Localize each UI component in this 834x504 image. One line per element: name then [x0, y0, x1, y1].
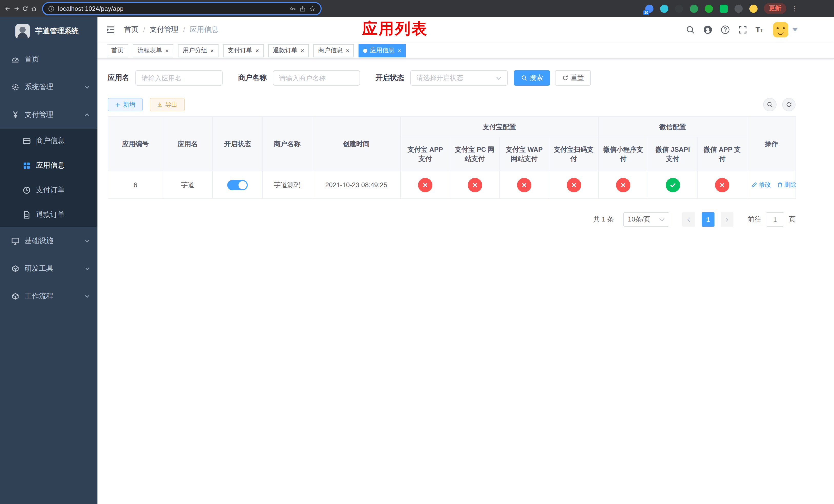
sidebar-item-label: 退款订单	[36, 210, 65, 220]
browser-menu-icon[interactable]: ⋮	[791, 5, 798, 12]
sidebar-item-label: 基础设施	[25, 236, 53, 246]
export-button[interactable]: 导出	[150, 98, 185, 111]
tab-label: 流程表单	[137, 46, 162, 55]
tab-merchant-info[interactable]: 商户信息×	[313, 44, 354, 57]
breadcrumb-separator: /	[143, 26, 145, 34]
reset-button[interactable]: 重置	[555, 70, 591, 86]
toggle-search-icon[interactable]	[763, 98, 776, 111]
fullscreen-icon[interactable]	[738, 25, 747, 35]
tab-user-group[interactable]: 用户分组×	[178, 44, 219, 57]
tab-label: 支付订单	[228, 46, 253, 55]
tab-app-info[interactable]: 应用信息×	[358, 44, 406, 57]
status-select[interactable]: 请选择开启状态	[410, 70, 508, 86]
sidebar-item-workflow[interactable]: 工作流程	[0, 282, 97, 310]
sidebar-item-home[interactable]: 首页	[0, 46, 97, 73]
home-icon[interactable]	[29, 2, 38, 15]
url-bar[interactable]: localhost:1024/pay/app	[42, 2, 322, 15]
ext-diamond-icon[interactable]	[660, 4, 668, 13]
goto-page: 前往 页	[748, 212, 795, 227]
tab-label: 商户信息	[318, 46, 343, 55]
tab-label: 退款订单	[273, 46, 298, 55]
cell-app-id: 6	[108, 171, 163, 199]
sidebar-item-dev-tools[interactable]: 研发工具	[0, 255, 97, 282]
sidebar-item-label: 研发工具	[25, 264, 53, 273]
help-icon[interactable]	[721, 25, 730, 35]
sidebar-item-app-info[interactable]: 应用信息	[0, 153, 97, 178]
page-size-select[interactable]: 10条/页	[623, 212, 670, 227]
edit-link[interactable]: 修改	[751, 181, 771, 189]
chevron-down-icon[interactable]	[792, 28, 797, 31]
close-icon[interactable]: ×	[397, 47, 401, 53]
sidebar-item-infrastructure[interactable]: 基础设施	[0, 227, 97, 255]
tab-flow-form[interactable]: 流程表单×	[133, 44, 173, 57]
sidebar-item-system[interactable]: 系统管理	[0, 73, 97, 101]
close-icon[interactable]: ×	[210, 47, 214, 53]
app-name-input[interactable]	[135, 70, 223, 86]
col-alipay-pc: 支付宝 PC 网站支付	[450, 137, 499, 171]
breadcrumb-home[interactable]: 首页	[124, 25, 138, 35]
add-button[interactable]: 新增	[108, 98, 142, 111]
sidebar-item-payment-order[interactable]: 支付订单	[0, 178, 97, 203]
tab-label: 首页	[111, 46, 124, 55]
enabled-switch[interactable]	[227, 180, 248, 190]
browser-update-button[interactable]: 更新	[764, 3, 786, 14]
share-icon[interactable]	[300, 5, 306, 12]
site-info-icon[interactable]	[48, 5, 54, 12]
ext-green-circle-icon[interactable]	[705, 4, 713, 13]
ext-green-chat-icon[interactable]	[720, 4, 728, 13]
sidebar-item-label: 支付订单	[36, 186, 65, 195]
page-number-1[interactable]: 1	[702, 212, 715, 227]
merchant-name-input[interactable]	[273, 70, 360, 86]
tab-home[interactable]: 首页	[107, 44, 128, 57]
user-avatar[interactable]	[773, 22, 788, 38]
chevron-up-icon	[84, 112, 90, 118]
status-cell	[499, 171, 549, 199]
ext-emoji-icon[interactable]	[749, 4, 758, 13]
sidebar-item-refund-order[interactable]: 退款订单	[0, 203, 97, 227]
ext-green-leaf-icon[interactable]	[690, 4, 698, 13]
delete-link[interactable]: 删除	[777, 181, 796, 189]
dashboard-icon	[11, 55, 20, 64]
goto-label: 前往	[748, 215, 761, 224]
key-icon[interactable]	[290, 5, 296, 12]
tab-refund-order[interactable]: 退款订单×	[268, 44, 309, 57]
forward-icon[interactable]	[12, 2, 21, 15]
prev-page-button[interactable]	[682, 212, 695, 227]
search-button[interactable]: 搜索	[514, 70, 550, 86]
sidebar-item-payment[interactable]: 支付管理	[0, 101, 97, 129]
close-icon[interactable]: ×	[301, 47, 304, 53]
cell-status	[213, 171, 262, 199]
chevron-down-icon	[84, 266, 90, 272]
hamburger-icon[interactable]	[106, 25, 116, 35]
font-size-icon[interactable]: TT	[755, 25, 765, 35]
table-row: 6 芋道 芋道源码 2021-10-23 08:49:25	[108, 171, 796, 199]
tab-pay-order[interactable]: 支付订单×	[223, 44, 264, 57]
goto-page-input[interactable]	[766, 212, 784, 227]
merchant-name-label: 商户名称	[238, 73, 267, 83]
ext-blue-badge-icon[interactable]: 10	[645, 4, 654, 13]
sidebar-item-merchant-info[interactable]: 商户信息	[0, 129, 97, 153]
col-app-id: 应用编号	[108, 117, 163, 171]
close-icon[interactable]: ×	[165, 47, 169, 53]
status-cell	[450, 171, 499, 199]
app-logo	[15, 24, 30, 39]
col-wechat-app: 微信 APP 支付	[697, 137, 747, 171]
page-suffix: 页	[789, 215, 795, 224]
navbar: 首页 / 支付管理 / 应用信息 应用列表 TT	[97, 17, 834, 43]
next-page-button[interactable]	[721, 212, 733, 227]
ext-dark-globe-icon[interactable]	[675, 4, 683, 13]
github-icon[interactable]	[703, 25, 712, 35]
close-icon[interactable]: ×	[256, 47, 259, 53]
ext-pin-icon[interactable]	[734, 4, 743, 13]
col-created: 创建时间	[312, 117, 400, 171]
search-icon[interactable]	[686, 25, 695, 35]
col-actions: 操作	[747, 117, 796, 171]
col-app-name: 应用名	[163, 117, 213, 171]
refresh-icon[interactable]	[782, 98, 795, 111]
back-icon[interactable]	[3, 2, 12, 15]
bookmark-star-icon[interactable]	[309, 5, 315, 12]
breadcrumb-payment[interactable]: 支付管理	[150, 25, 178, 35]
reload-icon[interactable]	[21, 2, 29, 15]
navbar-actions: TT	[686, 22, 797, 38]
close-icon[interactable]: ×	[346, 47, 349, 53]
